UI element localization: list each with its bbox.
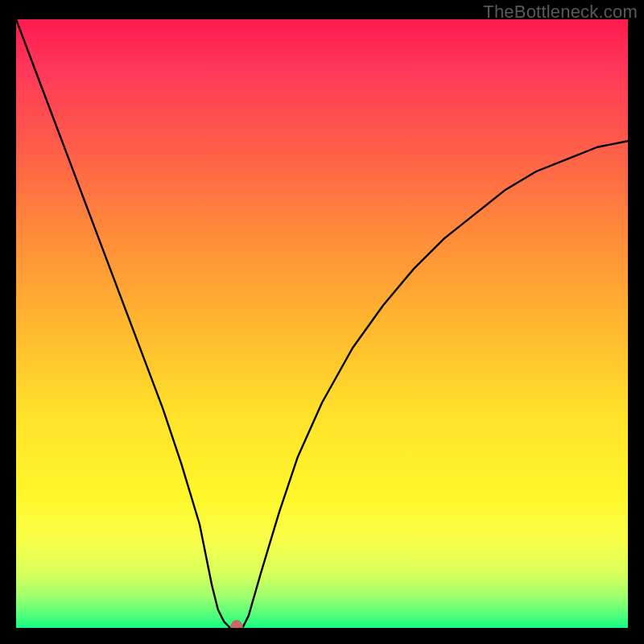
watermark-label: TheBottleneck.com xyxy=(483,2,638,23)
bottleneck-curve xyxy=(16,19,628,628)
plot-area xyxy=(16,19,628,628)
chart-frame: TheBottleneck.com xyxy=(0,0,644,644)
